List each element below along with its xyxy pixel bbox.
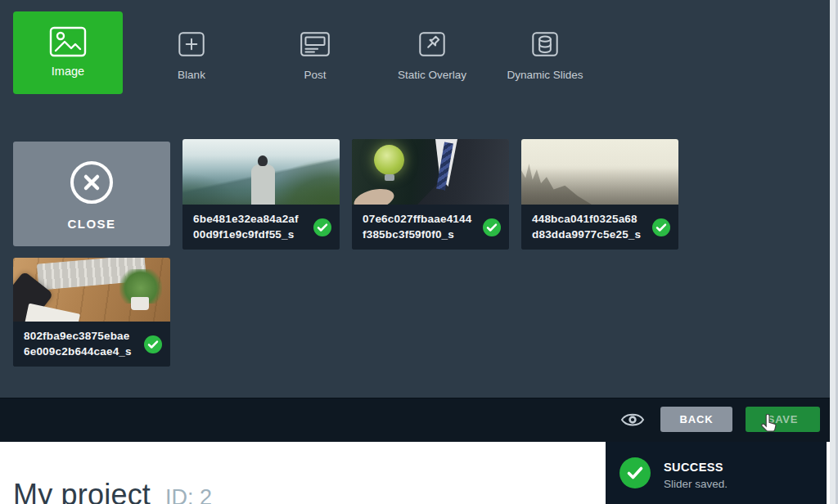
- tab-blank-label: Blank: [178, 69, 205, 81]
- thumbnail-lightbulb-image: [352, 139, 509, 205]
- success-toast: SUCCESS Slider saved.: [606, 442, 827, 504]
- tab-image-label: Image: [52, 65, 84, 78]
- suit-shape: [412, 139, 509, 205]
- card-caption: 6be481e32ea84a2af 00d9f1e9c9fdf55_s: [182, 205, 340, 250]
- filename-line: 00d9f1e9c9fdf55_s: [193, 227, 307, 242]
- eye-icon: [619, 408, 646, 431]
- check-circle-icon: [619, 457, 651, 488]
- database-icon: [528, 27, 562, 61]
- gallery-card[interactable]: 448bca041f0325a68 d83dda9977c5e25_s: [521, 139, 678, 250]
- toast-message: Slider saved.: [664, 478, 728, 490]
- back-button[interactable]: BACK: [660, 407, 732, 432]
- filename-line: 6e009c2b644cae4_s: [24, 344, 137, 359]
- selected-check-icon: [143, 335, 163, 354]
- card-caption: 802fba9ec3875ebae 6e009c2b644cae4_s: [13, 322, 170, 367]
- thumbnail-mountain-image: [182, 139, 340, 205]
- tab-image[interactable]: Image: [13, 11, 123, 94]
- thumbnail-desk-image: [13, 258, 170, 322]
- filename-line: f385bc3f59f0f0_s: [363, 227, 476, 242]
- selected-check-icon: [482, 218, 502, 237]
- page-title: My project: [13, 478, 151, 504]
- tab-dynamic-slides-label: Dynamic Slides: [507, 69, 583, 81]
- card-caption: 448bca041f0325a68 d83dda9977c5e25_s: [521, 205, 678, 250]
- filename-line: 6be481e32ea84a2af: [193, 211, 307, 227]
- slide-editor-modal: Image Blank Post: [0, 0, 830, 442]
- close-label: CLOSE: [67, 217, 115, 231]
- card-caption: 07e6c027ffbaae4144 f385bc3f59f0f0_s: [352, 205, 509, 250]
- selected-check-icon: [651, 218, 671, 237]
- person-head: [258, 155, 268, 166]
- screen: Image Blank Post: [0, 0, 838, 504]
- thumbnail-fog-forest-image: [521, 139, 678, 205]
- scrollbar-strip[interactable]: [830, 0, 838, 504]
- gallery-card[interactable]: 802fba9ec3875ebae 6e009c2b644cae4_s: [13, 258, 170, 367]
- project-id-label: ID: 2: [165, 485, 212, 504]
- fog-haze: [521, 139, 678, 205]
- filename-line: 448bca041f0325a68: [532, 211, 646, 227]
- save-button[interactable]: SAVE: [746, 407, 820, 432]
- selected-check-icon: [313, 218, 332, 237]
- tab-static-overlay[interactable]: Static Overlay: [379, 27, 485, 81]
- tab-post-label: Post: [304, 69, 326, 81]
- filename-line: d83dda9977c5e25_s: [532, 227, 646, 242]
- plant-pot: [131, 297, 149, 310]
- filename-line: 802fba9ec3875ebae: [24, 328, 137, 344]
- close-circle-icon: [68, 159, 115, 206]
- image-icon: [48, 25, 88, 58]
- gallery-card[interactable]: 6be481e32ea84a2af 00d9f1e9c9fdf55_s: [182, 139, 340, 250]
- preview-button[interactable]: [619, 408, 646, 431]
- blank-plus-icon: [174, 27, 209, 61]
- pushpin-icon: [415, 27, 449, 61]
- post-icon: [298, 27, 332, 61]
- tab-dynamic-slides[interactable]: Dynamic Slides: [492, 27, 598, 81]
- person-silhouette: [251, 164, 275, 205]
- tab-blank[interactable]: Blank: [138, 27, 245, 81]
- filename-line: 07e6c027ffbaae4144: [363, 211, 476, 227]
- lightbulb-shape: [374, 145, 404, 175]
- page-heading: My project ID: 2: [13, 478, 212, 504]
- tab-static-overlay-label: Static Overlay: [398, 69, 466, 81]
- gallery-card[interactable]: 07e6c027ffbaae4144 f385bc3f59f0f0_s: [352, 139, 509, 250]
- hand-shape: [352, 185, 396, 205]
- tab-post[interactable]: Post: [262, 27, 368, 81]
- close-tile[interactable]: CLOSE: [13, 142, 170, 246]
- toast-title: SUCCESS: [664, 461, 723, 474]
- lightbulb-base: [385, 174, 394, 181]
